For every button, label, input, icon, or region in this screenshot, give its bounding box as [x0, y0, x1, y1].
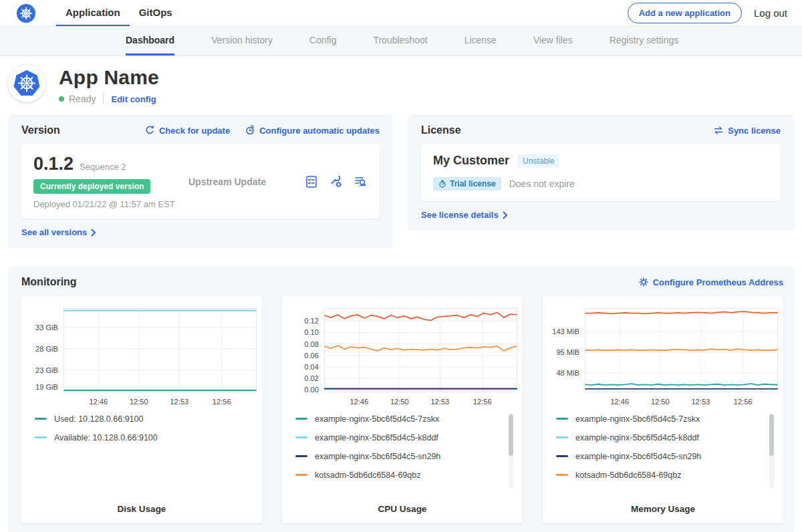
chart-title: Memory Usage [544, 504, 782, 514]
trial-license-label: Trial license [450, 179, 496, 188]
license-card: License Sync license My Customer Unstabl… [408, 114, 794, 231]
license-type-row: Trial license Does not expire [433, 177, 769, 190]
legend-label: Used: 10.128.0.66:9100 [54, 414, 143, 424]
cpu-usage-chart: 0.120.100.080.060.040.020.0012:4612:5012… [283, 303, 521, 409]
customer-row: My Customer Unstable [433, 154, 769, 168]
license-card-title: License [421, 124, 461, 136]
add-application-button[interactable]: Add a new application [628, 3, 742, 23]
legend-item: kotsadm-5db6dc6584-69qbz [556, 471, 765, 480]
svg-text:0.04: 0.04 [304, 363, 319, 371]
legend-dash-icon [295, 455, 307, 457]
legend-dash-icon [556, 455, 568, 457]
legend-label: example-nginx-5bc6f5d4c5-sn29h [575, 452, 701, 461]
legend-item: example-nginx-5bc6f5d4c5-7zskx [556, 414, 765, 424]
clock-arrow-icon [245, 125, 255, 136]
config-icon-button[interactable] [329, 174, 343, 188]
release-notes-icon-button[interactable] [305, 175, 318, 188]
svg-text:19 GiB: 19 GiB [35, 383, 58, 391]
tab-dashboard[interactable]: Dashboard [126, 27, 174, 55]
license-panel: My Customer Unstable Trial license Does … [421, 144, 781, 201]
app-status-row: Ready Edit config [59, 94, 159, 104]
stopwatch-icon [438, 180, 446, 188]
legend-dash-icon [295, 436, 307, 438]
cards-row: Version Check for update Configure au [8, 114, 794, 248]
kubernetes-logo-icon[interactable] [16, 3, 36, 23]
sub-nav: DashboardVersion historyConfigTroublesho… [0, 27, 802, 56]
gear-icon [638, 277, 649, 287]
logout-link[interactable]: Log out [754, 7, 787, 19]
svg-text:23 GiB: 23 GiB [35, 366, 58, 374]
configure-prometheus-label: Configure Prometheus Address [653, 277, 783, 287]
check-for-update-link[interactable]: Check for update [144, 125, 230, 136]
see-all-versions-link[interactable]: See all versions [21, 227, 380, 237]
chart-title: CPU Usage [283, 504, 521, 514]
sync-license-link[interactable]: Sync license [713, 126, 781, 136]
refresh-icon [144, 125, 155, 136]
svg-text:12:50: 12:50 [130, 398, 148, 406]
legend-label: example-nginx-5bc6f5d4c5-k8ddf [315, 433, 438, 442]
current-version-info: 0.1.2 Sequence 2 Currently deployed vers… [33, 154, 188, 209]
see-license-details-link[interactable]: See license details [421, 210, 781, 220]
chart-title: Disk Usage [23, 504, 261, 514]
license-card-head: License Sync license [421, 124, 781, 136]
tab-config[interactable]: Config [309, 27, 336, 55]
monitoring-card: Monitoring Configure Prometheus Address … [8, 267, 794, 532]
svg-text:95 MiB: 95 MiB [556, 348, 579, 356]
edit-config-link[interactable]: Edit config [111, 94, 156, 104]
legend-item: example-nginx-5bc6f5d4c5-7zskx [295, 414, 504, 424]
kubernetes-app-icon [8, 65, 45, 102]
legend-scrollbar-thumb[interactable] [769, 414, 774, 456]
tab-view-files[interactable]: View files [533, 27, 573, 55]
svg-text:12:53: 12:53 [691, 398, 710, 406]
cpu-usage-chart-card: 0.120.100.080.060.040.020.0012:4612:5012… [282, 296, 523, 523]
version-card-head: Version Check for update Configure au [21, 124, 380, 136]
svg-text:12:56: 12:56 [213, 398, 231, 406]
legend-item: example-nginx-5bc6f5d4c5-sn29h [295, 452, 504, 461]
svg-text:12:53: 12:53 [170, 398, 188, 406]
tab-version-history[interactable]: Version history [211, 27, 273, 55]
legend-scrollbar[interactable] [509, 413, 513, 488]
sync-arrows-icon [713, 126, 724, 135]
legend-scrollbar[interactable] [769, 413, 774, 488]
configure-prometheus-link[interactable]: Configure Prometheus Address [638, 277, 783, 287]
svg-text:33 GiB: 33 GiB [35, 323, 58, 331]
topnav-tab-application[interactable]: Application [56, 0, 130, 26]
check-for-update-label: Check for update [159, 126, 230, 136]
svg-text:0.10: 0.10 [304, 328, 319, 336]
view-diff-icon-button[interactable] [354, 175, 368, 188]
svg-text:12:46: 12:46 [350, 398, 368, 406]
customer-name: My Customer [433, 154, 509, 168]
tab-troubleshoot[interactable]: Troubleshoot [373, 27, 427, 55]
topnav-tab-gitops[interactable]: GitOps [130, 0, 182, 26]
cpu-usage-legend: example-nginx-5bc6f5d4c5-7zskxexample-ng… [283, 409, 521, 491]
update-type-label: Upstream Update [188, 176, 305, 187]
see-all-versions-label: See all versions [21, 227, 87, 237]
tab-registry-settings[interactable]: Registry settings [610, 27, 678, 55]
topnav-tabs: ApplicationGitOps [56, 0, 182, 26]
svg-text:12:46: 12:46 [610, 398, 629, 406]
tab-license[interactable]: License [464, 27, 497, 55]
svg-text:0.00: 0.00 [304, 386, 319, 394]
channel-badge: Unstable [517, 154, 559, 168]
monitoring-head: Monitoring Configure Prometheus Address [21, 276, 783, 288]
wrench-gear-icon [329, 174, 343, 188]
svg-text:48 MiB: 48 MiB [556, 369, 579, 377]
top-nav-right: Add a new application Log out [628, 3, 787, 23]
legend-item: kotsadm-5db6dc6584-69qbz [295, 471, 504, 480]
chevron-right-icon [91, 229, 96, 237]
see-license-details-label: See license details [421, 210, 499, 220]
subnav-tabs: DashboardVersion historyConfigTroublesho… [126, 27, 678, 55]
current-version-panel: 0.1.2 Sequence 2 Currently deployed vers… [21, 144, 380, 219]
legend-scrollbar-thumb[interactable] [509, 414, 513, 456]
app-header-text: App Name Ready Edit config [59, 65, 159, 104]
configure-automatic-updates-label: Configure automatic updates [259, 126, 380, 136]
legend-item: example-nginx-5bc6f5d4c5-k8ddf [295, 433, 504, 442]
configure-automatic-updates-link[interactable]: Configure automatic updates [245, 125, 380, 136]
top-nav-left: ApplicationGitOps [16, 0, 182, 26]
trial-license-badge: Trial license [433, 177, 501, 190]
version-card-title: Version [21, 124, 60, 136]
disk-usage-chart: 33 GiB28 GiB23 GiB19 GiB12:4612:5012:531… [23, 303, 261, 409]
version-number-row: 0.1.2 Sequence 2 [33, 154, 188, 174]
legend-item: Available: 10.128.0.66:9100 [35, 433, 243, 442]
svg-text:0.06: 0.06 [304, 352, 319, 360]
